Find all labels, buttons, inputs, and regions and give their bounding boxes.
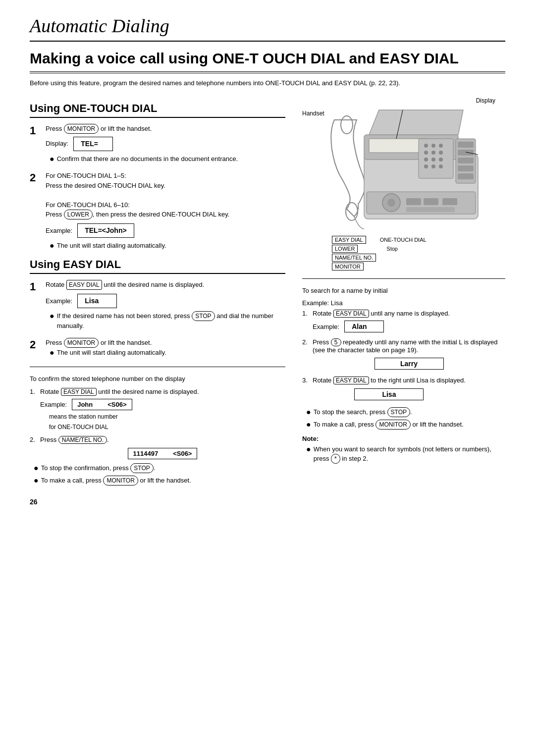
svg-rect-5: [419, 139, 453, 178]
easy-step2-num: 2: [30, 338, 44, 352]
svg-point-1: [346, 203, 358, 220]
confirm-step2-text: Press NAME/TEL NO..: [40, 436, 109, 444]
search-section: To search for a name by initial Example:…: [302, 286, 505, 464]
svg-point-17: [439, 164, 443, 168]
step2-bullet: The unit will start dialing automaticall…: [57, 241, 166, 251]
handset-svg: [331, 116, 365, 229]
search-example-label1: Example:: [313, 323, 339, 330]
step2-line3: For ONE-TOUCH DIAL 6–10:: [46, 200, 285, 210]
confirm-sub-note2: for ONE-TOUCH DIAL: [49, 423, 199, 432]
search-bullet2: To make a call, press MONITOR or lift th…: [314, 420, 464, 430]
confirm-sub-note1: means the station number: [49, 413, 199, 421]
handset-label: Handset: [302, 110, 324, 117]
svg-rect-29: [442, 198, 457, 205]
confirm-step2-num: 2.: [30, 436, 39, 443]
main-heading: Making a voice call using ONE-T OUCH DIA…: [30, 50, 505, 67]
search-title: To search for a name by initial: [302, 286, 505, 296]
svg-point-0: [341, 116, 353, 134]
lower-label: LOWER: [332, 245, 358, 253]
intro-text: Before using this feature, program the d…: [30, 78, 505, 88]
svg-rect-22: [458, 165, 474, 171]
one-touch-dial-label: ONE-TOUCH DIAL: [380, 237, 427, 243]
search-step3-text: Rotate EASY DIAL to the right until Lisa…: [313, 377, 466, 384]
monitor-label: MONITOR: [332, 263, 364, 270]
easy-step2-bullet: The unit will start dialing automaticall…: [57, 348, 166, 358]
svg-point-10: [431, 151, 435, 155]
lisa-display-box: Lisa: [354, 388, 424, 400]
svg-point-8: [439, 144, 443, 148]
confirm-section: To confirm the stored telephone number o…: [30, 374, 285, 486]
svg-point-7: [431, 144, 435, 148]
easy-example-label-1: Example:: [46, 296, 72, 306]
svg-point-11: [439, 151, 443, 155]
svg-point-12: [424, 158, 428, 162]
svg-rect-30: [406, 207, 455, 212]
step2-line1: For ONE-TOUCH DIAL 1–5:: [46, 171, 285, 181]
svg-point-14: [439, 158, 443, 162]
step2-line2: Press the desired ONE-TOUCH DIAL key.: [46, 181, 285, 191]
confirm-example-label: Example:: [40, 401, 67, 408]
step1-num: 1: [30, 124, 44, 138]
search-bullet1: To stop the search, press STOP.: [314, 407, 412, 417]
confirm-bullet1: To stop the confirmation, press STOP.: [41, 463, 156, 473]
step1-bullet: Confirm that there are no documents in t…: [57, 154, 238, 164]
step2-num: 2: [30, 171, 44, 185]
larry-display-box: Larry: [374, 358, 444, 370]
fax-diagram: Display Handset: [302, 97, 505, 270]
name-tel-label: NAME/TEL NO.: [332, 254, 376, 262]
easy-step1-num: 1: [30, 280, 44, 294]
search-step2-num: 2.: [302, 338, 311, 346]
svg-point-15: [424, 164, 428, 168]
svg-rect-27: [406, 198, 421, 205]
svg-rect-28: [424, 198, 438, 205]
confirm-step1-text: Rotate EASY DIAL until the desired name …: [40, 388, 199, 395]
search-example-label: Example: Lisa: [302, 299, 343, 307]
svg-point-16: [431, 164, 435, 168]
display-value-1: TEL=: [73, 137, 113, 151]
step1-text: Press MONITOR or lift the handset.: [46, 125, 152, 132]
easy-step2-text: Press MONITOR or lift the handset.: [46, 339, 152, 346]
search-example-box1: Alan: [344, 321, 384, 332]
section-one-touch: Using ONE-TOUCH DIAL 1 Press MONITOR or …: [30, 102, 285, 254]
confirm-step1-num: 1.: [30, 388, 39, 395]
section2-heading: Using EASY DIAL: [30, 258, 285, 274]
example-value-1: TEL=<John>: [77, 223, 134, 238]
svg-point-26: [387, 199, 395, 207]
easy-step1-bullet: If the desired name has not been stored,…: [57, 311, 285, 331]
svg-point-6: [424, 144, 428, 148]
search-step2-text: Press 5 repeatedly until any name with t…: [313, 338, 498, 354]
search-step1-num: 1.: [302, 310, 311, 317]
display-label-1: Display:: [46, 139, 68, 149]
note-title: Note:: [302, 435, 505, 442]
section-easy-dial: Using EASY DIAL 1 Rotate EASY DIAL until…: [30, 258, 285, 360]
svg-point-9: [424, 151, 428, 155]
svg-rect-19: [458, 142, 474, 148]
confirm-title: To confirm the stored telephone number o…: [30, 374, 285, 384]
stop-label: Stop: [386, 246, 398, 252]
page-title: Automatic Dialing: [30, 15, 505, 42]
svg-rect-20: [458, 150, 474, 156]
step2-line4: Press LOWER, then press the desired ONE-…: [46, 210, 285, 219]
svg-rect-23: [458, 173, 474, 179]
note-text: When you want to search for symbols (not…: [314, 444, 505, 464]
svg-point-13: [431, 158, 435, 162]
confirm-display-box: 1114497<S06>: [128, 448, 198, 459]
example-label-1: Example:: [46, 226, 72, 236]
easy-dial-label: EASY DIAL: [332, 236, 366, 244]
search-step1-text: Rotate EASY DIAL until any name is displ…: [313, 310, 450, 317]
confirm-bullet2: To make a call, press MONITOR or lift th…: [41, 476, 191, 486]
confirm-example-box: John<S06>: [72, 399, 132, 410]
svg-rect-21: [458, 158, 474, 163]
search-step3-num: 3.: [302, 377, 311, 384]
easy-step1-text: Rotate EASY DIAL until the desired name …: [46, 281, 204, 288]
fax-body-svg: [364, 110, 478, 219]
section1-heading: Using ONE-TOUCH DIAL: [30, 102, 285, 118]
easy-example-value-1: Lisa: [77, 294, 117, 308]
page-number: 26: [30, 498, 505, 506]
display-label-diagram: Display: [476, 97, 495, 104]
